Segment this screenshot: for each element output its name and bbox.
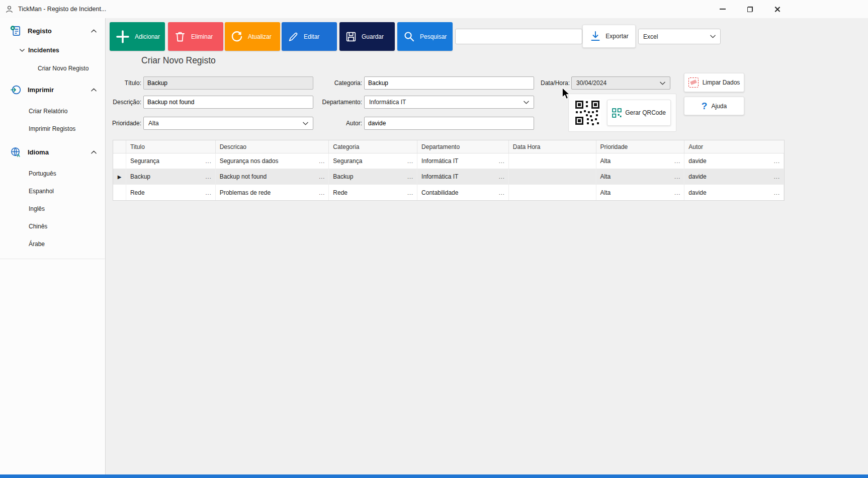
cell-ellipsis-button[interactable]: ... (404, 158, 413, 164)
titulo-field[interactable] (143, 76, 313, 90)
qr-panel: Gerar QRCode (568, 94, 676, 132)
export-format-select[interactable]: Excel (638, 29, 721, 44)
table-row[interactable]: Rede...Problemas de rede...Rede...Contab… (113, 185, 784, 200)
descricao-field[interactable] (143, 96, 313, 109)
grid-cell[interactable]: davide... (684, 169, 784, 184)
grid-cell[interactable]: Alta... (596, 169, 685, 184)
add-button[interactable]: Adicionar (110, 22, 165, 51)
cell-text: Alta (600, 189, 611, 196)
sidebar-item-incidentes[interactable]: Incidentes (0, 43, 105, 57)
cell-ellipsis-button[interactable]: ... (404, 174, 413, 180)
cell-ellipsis-button[interactable]: ... (316, 174, 325, 180)
grid-header-categoria[interactable]: Categoria (329, 140, 417, 153)
grid-cell[interactable]: Contabilidade... (417, 185, 509, 200)
cell-ellipsis-button[interactable]: ... (316, 190, 325, 196)
sidebar-section-registo[interactable]: Registo (0, 22, 105, 39)
sidebar-item-imprimir-registos[interactable]: Imprimir Registos (0, 120, 105, 137)
clear-data-button[interactable]: Limpar Dados (684, 73, 744, 92)
grid-cell[interactable]: Alta... (596, 185, 685, 200)
grid-cell[interactable]: Backup... (329, 169, 417, 184)
grid-cell[interactable]: Rede... (126, 185, 216, 200)
grid-cell[interactable] (509, 169, 596, 184)
grid-cell[interactable]: Backup... (126, 169, 216, 184)
grid-header-departamento[interactable]: Departamento (417, 140, 509, 153)
sidebar-item-criar-relatorio[interactable]: Criar Relatório (0, 102, 105, 120)
maximize-button[interactable] (736, 0, 763, 18)
generate-qrcode-button[interactable]: Gerar QRCode (607, 100, 671, 126)
cell-text: Backup (333, 173, 353, 180)
table-row[interactable]: Segurança...Segurança nos dados...Segura… (113, 153, 784, 169)
sidebar-item-ingles[interactable]: Inglês (0, 200, 105, 217)
grid-cell[interactable]: Informática IT... (417, 153, 509, 169)
prioridade-select[interactable]: Alta (143, 117, 313, 130)
grid-cell[interactable]: Backup not found... (216, 169, 329, 184)
search-input[interactable] (455, 29, 582, 44)
grid-cell[interactable]: Rede... (329, 185, 417, 200)
grid-cell[interactable]: Segurança nos dados... (216, 153, 329, 169)
cell-ellipsis-button[interactable]: ... (671, 158, 680, 164)
row-selector[interactable] (113, 185, 126, 200)
cell-ellipsis-button[interactable]: ... (203, 174, 212, 180)
sidebar-item-criar-novo-registo[interactable]: Criar Novo Registo (0, 61, 105, 75)
cell-ellipsis-button[interactable]: ... (771, 174, 780, 180)
grid-cell[interactable] (509, 153, 596, 169)
cell-ellipsis-button[interactable]: ... (316, 158, 325, 164)
grid-header-titulo[interactable]: Titulo (126, 140, 216, 153)
save-button[interactable]: Guardar (339, 22, 395, 51)
cell-ellipsis-button[interactable]: ... (671, 174, 680, 180)
categoria-field[interactable] (364, 76, 534, 90)
autor-field[interactable] (364, 117, 534, 130)
button-label: Atualizar (248, 33, 272, 40)
cell-ellipsis-button[interactable]: ... (203, 190, 212, 196)
cell-text: davide (688, 173, 706, 180)
grid-cell[interactable] (509, 185, 596, 200)
sidebar-item-portugues[interactable]: Português (0, 165, 105, 182)
grid-cell[interactable]: Segurança... (329, 153, 417, 169)
cell-ellipsis-button[interactable]: ... (496, 190, 505, 196)
row-selector[interactable]: ▶ (113, 169, 126, 184)
cell-ellipsis-button[interactable]: ... (496, 158, 505, 164)
grid-header-descricao[interactable]: Descricao (216, 140, 329, 153)
cell-ellipsis-button[interactable]: ... (771, 190, 780, 196)
edit-button[interactable]: Editar (282, 22, 337, 51)
grid-cell[interactable]: Problemas de rede... (216, 185, 329, 200)
cell-ellipsis-button[interactable]: ... (203, 158, 212, 164)
grid-cell[interactable]: Alta... (596, 153, 685, 169)
cell-ellipsis-button[interactable]: ... (771, 158, 780, 164)
qrcode-icon (612, 108, 622, 118)
grid-header-autor[interactable]: Autor (684, 140, 784, 153)
titulo-label: Título: (125, 76, 141, 90)
cell-ellipsis-button[interactable]: ... (496, 174, 505, 180)
grid-cell[interactable]: Segurança... (126, 153, 216, 169)
grid-cell[interactable]: davide... (684, 153, 784, 169)
sidebar-item-chines[interactable]: Chinês (0, 217, 105, 235)
row-selector[interactable] (113, 153, 126, 169)
grid-cell[interactable]: davide... (684, 185, 784, 200)
sidebar-section-idioma[interactable]: A Idioma (0, 143, 105, 161)
cell-ellipsis-button[interactable]: ... (404, 190, 413, 196)
minimize-button[interactable] (709, 0, 736, 18)
help-button[interactable]: ? Ajuda (684, 97, 744, 115)
button-label: Pesquisar (420, 33, 447, 40)
cell-text: davide (688, 157, 706, 165)
sidebar: Registo Incidentes Criar Novo Registo Im… (0, 18, 106, 474)
globe-language-icon: A (10, 146, 22, 158)
cell-ellipsis-button[interactable]: ... (671, 190, 680, 196)
sidebar-item-espanhol[interactable]: Espanhol (0, 182, 105, 200)
sidebar-section-imprimir[interactable]: Imprimir (0, 81, 105, 98)
departamento-select[interactable]: Informática IT (364, 96, 534, 109)
datahora-select[interactable]: 30/04/2024 (571, 76, 670, 90)
pencil-icon (287, 31, 299, 43)
close-button[interactable] (763, 0, 791, 18)
search-button[interactable]: Pesquisar (397, 22, 453, 51)
export-button[interactable]: Exportar (582, 25, 636, 48)
delete-button[interactable]: Eliminar (168, 22, 223, 51)
grid-header-prioridade[interactable]: Prioridade (596, 140, 685, 153)
sidebar-item-arabe[interactable]: Árabe (0, 235, 105, 253)
refresh-button[interactable]: Atualizar (225, 22, 280, 51)
selected-option: 30/04/2024 (576, 79, 606, 87)
grid-header-datahora[interactable]: Data Hora (509, 140, 596, 153)
table-row[interactable]: ▶Backup...Backup not found...Backup...In… (113, 169, 784, 185)
cell-text: Backup (130, 173, 150, 180)
grid-cell[interactable]: Informática IT... (417, 169, 509, 184)
